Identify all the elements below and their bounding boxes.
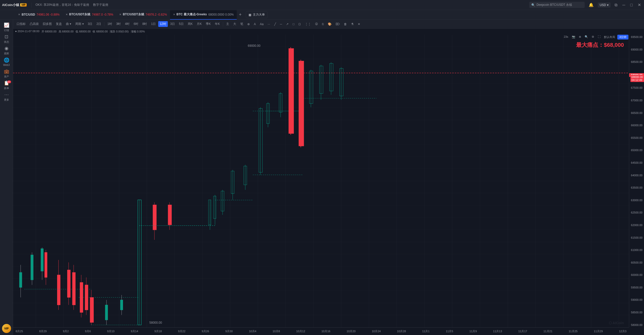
x-label-902: 9月2 (63, 329, 69, 333)
rect-tool-btn[interactable]: □ (291, 22, 296, 27)
minimize-icon[interactable]: ─ (621, 2, 626, 8)
symbol-tab-btcusd[interactable]: ✕ BTC/USD 74981.06 -0.88% (15, 10, 63, 20)
interval-weekly[interactable]: 周K (186, 21, 194, 27)
cursor-btn[interactable]: ⊕ (246, 22, 251, 27)
replay-btn[interactable]: 复盘 (54, 21, 63, 27)
color-picker-btn[interactable]: 🎨 (326, 22, 333, 27)
draw-main-btn[interactable]: 主 (225, 21, 231, 27)
interval-6h[interactable]: 6时 (132, 21, 140, 27)
trend-tool-btn[interactable]: ⋮⋮ (303, 22, 312, 27)
svg-rect-47 (80, 282, 83, 312)
interval-1d[interactable]: 1日 (150, 21, 157, 27)
chart-icon: ▦ (249, 13, 251, 17)
magnet-btn[interactable]: ⦿ (313, 22, 319, 27)
sidebar-item-chart[interactable]: 📈 行情 (1, 22, 12, 33)
interval-8h[interactable]: 8时 (141, 21, 149, 27)
search-bar[interactable]: 🔍 Deepcoin BTC/USDT 永续 (529, 2, 585, 8)
main-force-tab[interactable]: ▦ 主力大单 (246, 11, 268, 18)
sidebar-item-status[interactable]: ⊡ 状态 (1, 33, 12, 44)
interval-5d[interactable]: 5日 (177, 21, 185, 27)
period-btn[interactable]: 周期 ▾ (74, 21, 85, 27)
interval-yearly[interactable]: 年K (213, 21, 221, 27)
crosshair-btn[interactable]: ⊕ (578, 35, 582, 39)
indicators-btn[interactable]: 口指标 (15, 21, 27, 27)
delete-all-btn[interactable]: ✕ (356, 22, 362, 27)
period-3d[interactable]: 3日 (86, 21, 94, 27)
price-65000: 65000.00 (629, 149, 644, 152)
okx-promo-link[interactable]: OKX: 享20%返佣，首笔16：免味子返佣 (34, 3, 91, 7)
filter-btn[interactable]: ⚗ (349, 22, 355, 27)
x-label-910: 9月10 (107, 329, 114, 333)
tab-close-btcusdt2[interactable]: ✕ (119, 13, 121, 16)
ohlc-change: 涨跌 0.00(0.00) (110, 30, 129, 33)
horizontal-line-btn[interactable]: ─ (278, 22, 284, 27)
vip-badge[interactable]: VIP (20, 3, 27, 7)
window-restore-icon[interactable]: ⧉ (614, 2, 618, 8)
ohlc-close: 收 68000.00 (93, 30, 108, 33)
symbol-tab-btcusdt1[interactable]: ✕ BTC/USDT永续 74987.0 -0.78% (63, 10, 116, 20)
fibonaci-btn[interactable]: ⟨⟩ (297, 22, 302, 27)
interval-monthly[interactable]: 月K (195, 21, 203, 27)
4min-btn[interactable]: 4分钟 (617, 35, 628, 39)
price-66000: 66000.00 (629, 124, 644, 127)
price-line-label: 68000.00 04:12:49 (630, 75, 644, 82)
interval-1h[interactable]: 1时 (106, 21, 114, 27)
layout-settings-btn[interactable]: ⚙ (590, 35, 595, 39)
interval-12h[interactable]: 12时 (158, 21, 168, 27)
add-tab-button[interactable]: + (237, 11, 244, 18)
search-text: Deepcoin BTC/USDT 永续 (537, 3, 572, 7)
copy-btn[interactable]: ⎘ (320, 22, 325, 27)
sidebar-item-assets[interactable]: 💼 资产 (1, 68, 12, 79)
default-layout-btn[interactable]: 默认布局 (603, 35, 616, 39)
draw-pen-btn[interactable]: 笔 (239, 21, 245, 27)
symbol-tab-pain-point[interactable]: ✕ BTC 最大痛点-Greeks 68000.0000 0.00% (170, 10, 237, 20)
price-58000: 58000.00 (629, 324, 644, 326)
bell-icon[interactable]: 🔔 (588, 2, 595, 8)
sidebar-vip[interactable]: VIP (2, 324, 11, 333)
sidebar-item-more[interactable]: ⋯ 更多 (1, 91, 12, 102)
draw-large-btn[interactable]: 大 (232, 21, 238, 27)
high-low-btn[interactable]: 凸高级 (28, 21, 40, 27)
more-draw-btn[interactable]: ··· (266, 22, 272, 27)
watermark: ⬡ AICoin (609, 321, 624, 325)
symbol-tab-btcusdt2[interactable]: ✕ BTC/USDT永续 74976.2 -0.82% (116, 10, 170, 20)
tab-close-btcusdt1[interactable]: ✕ (66, 13, 68, 16)
maximize-icon[interactable]: □ (629, 2, 634, 8)
eraser-btn[interactable]: ⌦ (334, 22, 341, 27)
sidebar-item-watch[interactable]: ◉ 观察 (1, 45, 12, 56)
ray-tool-btn[interactable]: ↗ (285, 22, 290, 27)
ohlc-high: 高 68000.00 (59, 30, 74, 33)
assets-icon: 💼 (4, 69, 9, 74)
top-bar: AICoin小镇 VIP OKX: 享20%返佣，首笔16：免味子返佣 数字子返… (0, 0, 644, 10)
x-label-922: 9月22 (178, 329, 185, 333)
x-label-1012: 10月12 (296, 329, 305, 333)
interval-3d[interactable]: 3日 (169, 21, 177, 27)
line-tool-btn[interactable]: ╱ (273, 22, 277, 27)
x-label-1117: 11月17 (518, 329, 527, 333)
interval-4h[interactable]: 4时 (123, 21, 131, 27)
x-label-123: 12月3 (619, 329, 626, 333)
interval-3h[interactable]: 3时 (115, 21, 123, 27)
right-toolbar: 23s 📷 ⊕ 🔍 ⚙ ⛶ 默认布局 4分钟 (562, 35, 628, 39)
tab-close-pain[interactable]: ✕ (173, 13, 175, 16)
aa-tool-btn[interactable]: Aa (258, 22, 265, 27)
trash-btn[interactable]: 🗑 (342, 22, 348, 27)
magnifier-btn[interactable]: 🔍 (583, 35, 589, 39)
price-64500: 64500.00 (629, 161, 644, 164)
snapshot-btn[interactable]: 📷 (571, 35, 577, 39)
sidebar-item-web3[interactable]: 🌐 Web3 (1, 56, 12, 67)
close-icon[interactable]: ✕ (637, 2, 642, 8)
tab-close-btcusd[interactable]: ✕ (18, 13, 20, 16)
interval-quarterly[interactable]: 季K (204, 21, 212, 27)
text-tool-btn[interactable]: A (252, 22, 257, 27)
airdrop-link[interactable]: 数字子返佣 (92, 3, 110, 7)
sidebar-item-orders[interactable]: 37 📋 跟单 (1, 79, 12, 91)
svg-rect-83 (289, 49, 294, 134)
full-layout-btn[interactable]: ⛶ (596, 35, 602, 39)
logo-area: AICoin小镇 VIP (2, 3, 27, 7)
pain-point-annotation: 最大痛点：$68,000 (576, 41, 624, 49)
usd-selector[interactable]: USD ▾ (598, 3, 611, 8)
chart-type-btn[interactable]: 曲 ▾ (64, 21, 73, 27)
multi-chart-btn[interactable]: 囧多图 (41, 21, 53, 27)
period-2d[interactable]: 2日 (95, 21, 103, 27)
